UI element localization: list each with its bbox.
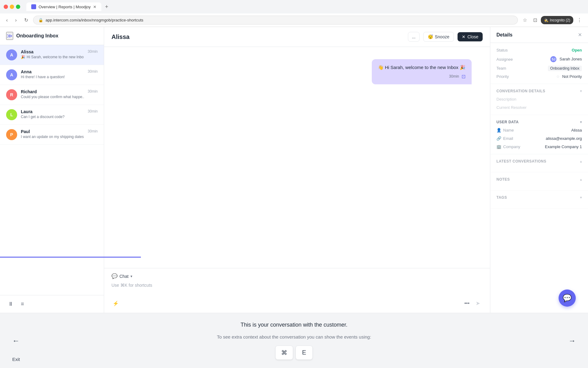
conversation-item-paul[interactable]: P Paul I want an update on my shipping d… xyxy=(0,125,104,145)
user-company-value: Example Company 1 xyxy=(545,144,582,149)
conversation-item-alissa[interactable]: A Alissa 🎉 Hi Sarah, welcome to the new … xyxy=(0,45,104,65)
bookmark-button[interactable]: ☆ xyxy=(520,16,530,24)
conversation-item-laura[interactable]: L Laura Can I get a discount code? 30min xyxy=(0,105,104,125)
details-close-button[interactable]: ✕ xyxy=(578,32,582,38)
minimize-window-dot[interactable] xyxy=(10,5,14,9)
split-view-button[interactable]: ⊡ xyxy=(531,16,540,24)
compose-type-selector[interactable]: 💬 Chat ▾ xyxy=(111,273,483,279)
notes-chevron-icon[interactable]: ▴ xyxy=(580,177,582,182)
conversation-preview-laura: Can I get a discount code? xyxy=(21,115,84,119)
conversation-details-title: CONVERSATION DETAILS xyxy=(496,89,545,93)
conversation-item-anna[interactable]: A Anna Hi there! I have a question! 30mi… xyxy=(0,65,104,85)
user-name-label: 👤 Name xyxy=(496,128,514,132)
conversation-name-richard: Richard xyxy=(21,89,84,94)
browser-chrome: Overview | Reports | Moodjoy ✕ + ‹ › ↻ 🔒… xyxy=(0,0,588,27)
cmd-key-badge: ⌘ xyxy=(275,346,293,360)
conversation-content-laura: Laura Can I get a discount code? xyxy=(21,109,84,119)
user-company-label: 🏢 Company xyxy=(496,144,520,149)
list-button[interactable]: ≡ xyxy=(19,299,26,309)
compose-input[interactable]: Use ⌘K for shortcuts xyxy=(111,283,483,295)
chat-widget-button[interactable]: 💬 xyxy=(559,289,576,307)
assignee-label: Assignee xyxy=(496,57,513,62)
new-tab-button[interactable]: + xyxy=(103,2,111,11)
incognito-badge: 🕵 Incognito (2) xyxy=(541,16,573,24)
conversation-time-alissa: 30min xyxy=(88,49,98,54)
e-key-badge: E xyxy=(296,346,313,360)
more-tools-button[interactable]: ••• xyxy=(463,299,471,307)
details-panel: Details ✕ Status Open Assignee SJ Sarah … xyxy=(490,27,588,313)
conversation-time-anna: 30min xyxy=(88,69,98,74)
compose-placeholder: Use ⌘K for shortcuts xyxy=(111,283,152,288)
back-button[interactable]: ‹ xyxy=(4,16,10,24)
exit-button[interactable]: Exit xyxy=(12,357,20,362)
current-resolver-label: Current Resolver xyxy=(496,105,526,110)
snooze-button[interactable]: 😴 Snooze xyxy=(423,32,454,42)
details-header: Details ✕ xyxy=(490,27,588,43)
maximize-window-dot[interactable] xyxy=(16,5,20,9)
team-value: Onboarding Inbox xyxy=(548,66,582,71)
latest-conversations-section: LATEST CONVERSATIONS ▴ xyxy=(490,154,588,172)
close-button[interactable]: ✕ Close xyxy=(458,32,483,41)
conversation-preview-paul: I want an update on my shipping dates. xyxy=(21,135,84,139)
browser-menu-button[interactable]: ⋮ xyxy=(575,16,584,24)
next-arrow-button[interactable]: → xyxy=(568,336,576,345)
user-data-title: USER DATA xyxy=(496,120,519,124)
window-controls xyxy=(4,5,20,9)
tab-favicon xyxy=(31,4,36,9)
close-window-dot[interactable] xyxy=(4,5,8,9)
priority-value: ☆ Not Priority xyxy=(556,74,582,79)
user-email-value: alissa@example.org xyxy=(546,136,582,141)
avatar-anna: A xyxy=(6,69,17,80)
incognito-icon: 🕵 xyxy=(544,18,548,22)
sidebar-toggle-button[interactable]: ≫ xyxy=(6,32,13,40)
banner-keys: ⌘ E xyxy=(275,346,313,360)
avatar-paul: P xyxy=(6,129,17,140)
notes-header: NOTES ▴ xyxy=(496,177,582,182)
description-row: Description xyxy=(496,97,582,102)
company-icon: 🏢 xyxy=(496,144,501,149)
forward-button[interactable]: › xyxy=(13,16,19,24)
message-meta: 30min ⊡ xyxy=(378,74,466,79)
banner-main-text: This is your conversation with the custo… xyxy=(240,322,347,328)
latest-conversations-title: LATEST CONVERSATIONS xyxy=(496,159,546,163)
tab-close-icon[interactable]: ✕ xyxy=(93,5,96,9)
close-icon: ✕ xyxy=(462,34,466,39)
status-label: Status xyxy=(496,48,508,52)
latest-conversations-chevron-icon[interactable]: ▴ xyxy=(580,159,582,163)
reload-button[interactable]: ↻ xyxy=(22,16,31,24)
active-tab[interactable]: Overview | Reports | Moodjoy ✕ xyxy=(26,2,101,11)
conversation-content-alissa: Alissa 🎉 Hi Sarah, welcome to the new In… xyxy=(21,49,84,59)
conversation-content-richard: Richard Could you please confirm what ha… xyxy=(21,89,84,99)
prev-arrow-button[interactable]: ← xyxy=(12,336,20,345)
conversation-name-alissa: Alissa xyxy=(21,49,84,54)
user-data-chevron-icon[interactable]: ▾ xyxy=(580,120,582,124)
preview-emoji: 🎉 xyxy=(21,55,25,59)
conversation-preview-richard: Could you please confirm what happe... xyxy=(21,95,84,99)
tab-title: Overview | Reports | Moodjoy xyxy=(39,5,91,9)
compose-toolbar: ⚡ ••• ➤ xyxy=(111,299,483,308)
tags-title: TAGS xyxy=(496,195,507,200)
main-content: Alissa ... 😴 Snooze ✕ Close 👋 Hi Sarah, … xyxy=(104,27,490,313)
conversation-details-chevron-icon[interactable]: ▾ xyxy=(580,89,582,93)
user-name-row: 👤 Name Alissa xyxy=(496,128,582,132)
message-area: 👋 Hi Sarah, welcome to the new Inbox 🎉 3… xyxy=(104,47,490,268)
team-badge: Onboarding Inbox xyxy=(548,66,582,71)
conversation-name-paul: Paul xyxy=(21,129,84,134)
conversation-item-richard[interactable]: R Richard Could you please confirm what … xyxy=(0,85,104,105)
send-button[interactable]: ➤ xyxy=(473,299,483,308)
browser-actions: ☆ ⊡ 🕵 Incognito (2) ⋮ xyxy=(520,16,584,24)
snooze-icon: 😴 xyxy=(428,34,433,39)
notes-title: NOTES xyxy=(496,177,510,182)
incognito-label: Incognito (2) xyxy=(550,18,570,22)
description-label: Description xyxy=(496,97,516,102)
address-bar[interactable]: 🔒 app.intercom.com/a/inbox/nnsgmgob/prac… xyxy=(33,16,518,25)
avatar-richard: R xyxy=(6,89,17,100)
more-options-button[interactable]: ... xyxy=(408,32,420,42)
tags-chevron-icon[interactable]: ▾ xyxy=(580,195,582,200)
team-row: Team Onboarding Inbox xyxy=(496,66,582,71)
chevron-down-icon: ▾ xyxy=(130,274,132,278)
email-icon: 🔗 xyxy=(496,136,501,141)
pause-button[interactable]: ⏸ xyxy=(6,299,15,309)
lightning-bolt-button[interactable]: ⚡ xyxy=(111,299,120,308)
user-email-label: 🔗 Email xyxy=(496,136,513,141)
